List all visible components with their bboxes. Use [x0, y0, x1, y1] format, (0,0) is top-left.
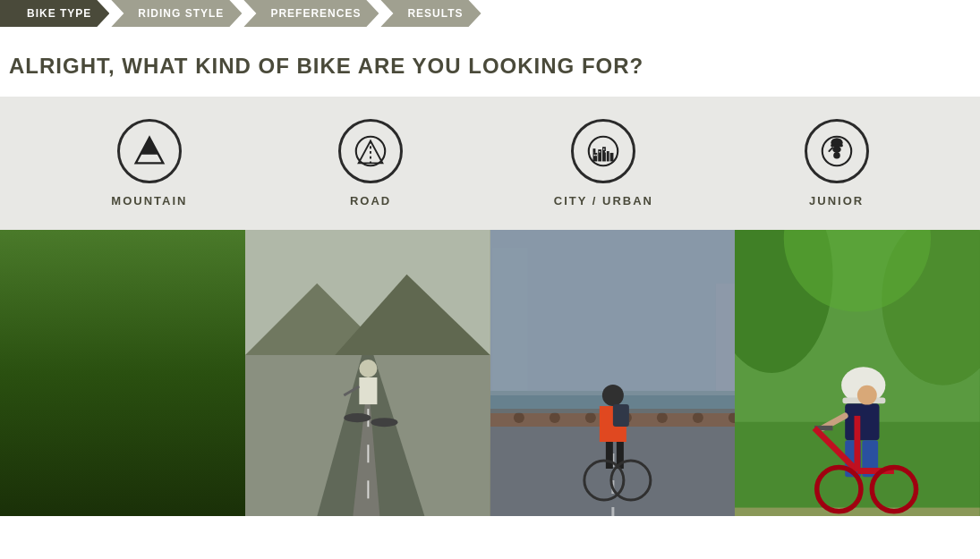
- svg-point-29: [67, 360, 94, 386]
- svg-rect-70: [612, 404, 628, 427]
- city-photo-graphic: [490, 230, 736, 516]
- bike-option-mountain[interactable]: MOUNTAIN: [111, 119, 187, 208]
- bike-type-selector: MOUNTAIN ROAD: [0, 97, 980, 230]
- bike-option-road[interactable]: ROAD: [338, 119, 403, 208]
- mountain-icon-circle: [117, 119, 182, 183]
- junior-icon-circle: [805, 119, 869, 183]
- svg-rect-38: [367, 480, 369, 498]
- mountain-photo[interactable]: [0, 230, 245, 516]
- svg-point-89: [857, 385, 877, 405]
- city-urban-label: CITY / URBAN: [554, 194, 653, 208]
- svg-rect-14: [600, 151, 601, 152]
- svg-point-54: [513, 412, 524, 423]
- svg-point-55: [549, 412, 559, 423]
- question-section: ALRIGHT, WHAT KIND OF BIKE ARE YOU LOOKI…: [0, 27, 980, 97]
- nav-step-label: RESULTS: [407, 7, 463, 20]
- road-icon-circle: [338, 119, 403, 183]
- svg-rect-48: [715, 284, 735, 391]
- bike-option-city-urban[interactable]: CITY / URBAN: [554, 119, 653, 208]
- nav-step-label: RIDING STYLE: [138, 7, 224, 20]
- junior-photo-graphic: [735, 230, 980, 516]
- svg-point-42: [344, 413, 371, 422]
- nav-step-bike-type[interactable]: BIKE TYPE: [0, 0, 109, 27]
- svg-rect-10: [607, 151, 609, 161]
- svg-point-59: [692, 412, 703, 423]
- junior-label: JUNIOR: [809, 194, 864, 208]
- svg-point-43: [371, 418, 397, 427]
- svg-marker-25: [0, 284, 107, 373]
- question-title: ALRIGHT, WHAT KIND OF BIKE ARE YOU LOOKI…: [9, 54, 971, 79]
- svg-rect-40: [359, 377, 377, 404]
- svg-marker-26: [72, 266, 215, 373]
- nav-step-riding-style[interactable]: RIDING STYLE: [111, 0, 242, 27]
- svg-rect-6: [593, 153, 598, 162]
- svg-rect-76: [735, 508, 980, 516]
- svg-rect-37: [367, 445, 369, 462]
- svg-rect-47: [491, 248, 527, 391]
- road-label: ROAD: [350, 194, 391, 208]
- junior-photo[interactable]: [735, 230, 980, 516]
- city-photo[interactable]: [490, 230, 736, 516]
- svg-rect-66: [605, 442, 612, 469]
- breadcrumb-nav: BIKE TYPE RIDING STYLE PREFERENCES RESUL…: [0, 0, 980, 27]
- svg-rect-24: [0, 230, 245, 373]
- road-photo-graphic: [245, 230, 490, 516]
- svg-rect-79: [845, 403, 879, 440]
- svg-rect-23: [0, 230, 245, 516]
- photo-strip: [0, 230, 980, 516]
- road-icon: [352, 132, 389, 170]
- nav-step-label: PREFERENCES: [270, 7, 361, 20]
- svg-line-21: [829, 148, 832, 151]
- svg-point-20: [832, 146, 841, 153]
- nav-step-results[interactable]: RESULTS: [380, 0, 481, 27]
- junior-icon: [818, 132, 856, 170]
- svg-rect-30: [67, 386, 94, 422]
- svg-rect-13: [596, 155, 597, 156]
- svg-rect-11: [610, 153, 614, 162]
- svg-point-64: [601, 385, 623, 406]
- city-urban-icon: [584, 132, 622, 170]
- mountain-icon: [131, 132, 168, 170]
- mountain-label: MOUNTAIN: [111, 194, 187, 208]
- nav-step-label: BIKE TYPE: [27, 7, 91, 20]
- svg-rect-28: [0, 355, 245, 516]
- svg-rect-12: [594, 155, 595, 156]
- svg-rect-16: [605, 151, 606, 152]
- nav-step-preferences[interactable]: PREFERENCES: [243, 0, 379, 27]
- bike-option-junior[interactable]: JUNIOR: [805, 119, 869, 208]
- svg-marker-27: [134, 301, 244, 373]
- svg-point-58: [656, 412, 667, 423]
- svg-rect-15: [603, 148, 604, 149]
- road-photo[interactable]: [245, 230, 490, 516]
- svg-point-56: [584, 412, 595, 423]
- svg-rect-7: [593, 148, 596, 153]
- svg-point-39: [359, 360, 377, 377]
- city-urban-icon-circle: [571, 119, 635, 183]
- mountain-photo-graphic: [0, 230, 245, 516]
- svg-point-22: [833, 152, 840, 159]
- svg-point-31: [63, 409, 98, 462]
